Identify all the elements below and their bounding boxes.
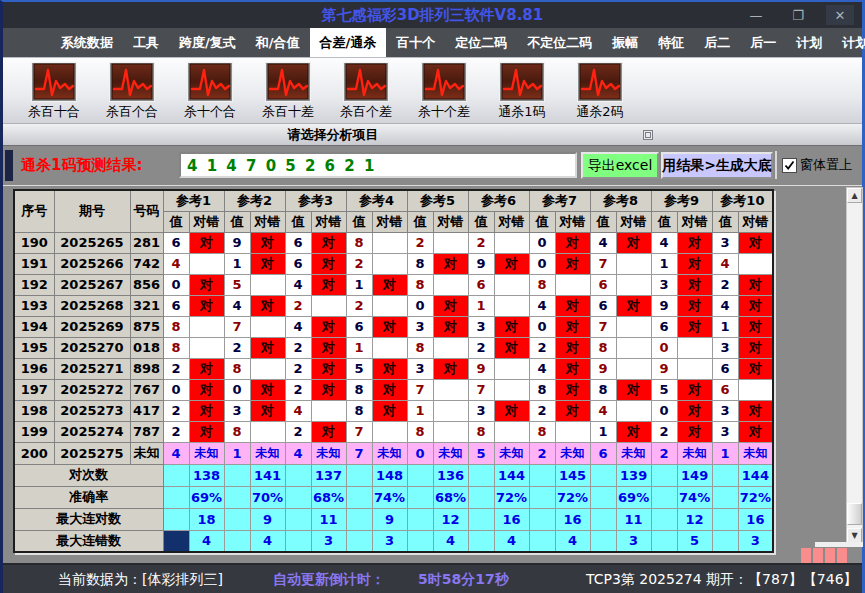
selected-cell[interactable] bbox=[163, 530, 189, 552]
sub-header-status: 对错 bbox=[250, 211, 285, 232]
tool-button-7[interactable]: 通杀2码 bbox=[561, 62, 639, 123]
value-cell: 9 bbox=[224, 232, 250, 253]
tool-button-5[interactable]: 杀十个差 bbox=[405, 62, 483, 123]
stat-blank-cell bbox=[651, 486, 677, 508]
menu-item-2[interactable]: 跨度/复式 bbox=[169, 28, 246, 57]
status-cell bbox=[372, 337, 407, 358]
scroll-up-button[interactable]: ▲ bbox=[847, 188, 862, 203]
menu-item-1[interactable]: 工具 bbox=[123, 28, 169, 57]
status-cell: 对 bbox=[311, 253, 346, 274]
tool-button-3[interactable]: 杀百十差 bbox=[249, 62, 327, 123]
value-cell: 0 bbox=[224, 379, 250, 400]
value-cell: 2 bbox=[285, 421, 311, 442]
menu-item-13[interactable]: 计划2 bbox=[832, 28, 865, 57]
status-cell: 对 bbox=[433, 358, 468, 379]
row-header-cell: 2025270 bbox=[54, 337, 130, 358]
value-cell: 0 bbox=[529, 316, 555, 337]
value-cell: 2 bbox=[285, 379, 311, 400]
status-cell bbox=[616, 274, 651, 295]
status-cell: 对 bbox=[616, 379, 651, 400]
value-cell: 8 bbox=[590, 337, 616, 358]
scrollbar-thumb[interactable] bbox=[847, 503, 862, 525]
stat-blank-cell bbox=[529, 464, 555, 486]
menu-item-9[interactable]: 特征 bbox=[648, 28, 694, 57]
window-title: 第七感福彩3D排列三软件V8.81 bbox=[3, 6, 862, 25]
stat-label-cell: 准确率 bbox=[14, 486, 163, 508]
status-cell: 对 bbox=[433, 316, 468, 337]
status-cell: 对 bbox=[189, 400, 224, 421]
menu-item-3[interactable]: 和/合值 bbox=[246, 28, 310, 57]
status-cell: 对 bbox=[738, 316, 773, 337]
row-header-cell: 417 bbox=[130, 400, 163, 421]
menu-item-8[interactable]: 振幅 bbox=[602, 28, 648, 57]
status-cell: 对 bbox=[738, 337, 773, 358]
value-cell: 2 bbox=[529, 442, 555, 464]
status-cell: 对 bbox=[738, 421, 773, 442]
status-cell: 对 bbox=[189, 358, 224, 379]
pulse-icon bbox=[187, 62, 233, 102]
minimize-button[interactable]: — bbox=[742, 5, 770, 25]
menu-item-4[interactable]: 合差/通杀 bbox=[310, 28, 387, 57]
value-cell: 4 bbox=[712, 253, 738, 274]
generate-dadi-button[interactable]: 用结果>生成大底 bbox=[661, 152, 773, 179]
group-launcher-icon[interactable] bbox=[643, 130, 653, 140]
tool-button-0[interactable]: 杀百十合 bbox=[15, 62, 93, 123]
result-input[interactable]: 4 1 4 7 0 5 2 6 2 1 bbox=[179, 152, 577, 178]
status-cell: 对 bbox=[616, 295, 651, 316]
menu-item-5[interactable]: 百十个 bbox=[386, 28, 445, 57]
stat-value-cell: 69% bbox=[616, 486, 651, 508]
status-cell: 对 bbox=[677, 274, 712, 295]
stat-value-cell: 9 bbox=[250, 508, 285, 530]
sub-header-value: 值 bbox=[651, 211, 677, 232]
menu-item-7[interactable]: 不定位二码 bbox=[517, 28, 602, 57]
sub-header-status: 对错 bbox=[677, 211, 712, 232]
close-button[interactable]: ✕ bbox=[826, 5, 854, 25]
value-cell: 2 bbox=[285, 337, 311, 358]
vertical-scrollbar[interactable]: ▲ ▼ bbox=[846, 187, 863, 544]
menu-item-6[interactable]: 定位二码 bbox=[445, 28, 517, 57]
value-cell: 6 bbox=[590, 274, 616, 295]
status-cell: 对 bbox=[189, 421, 224, 442]
ref-group-header: 参考1 bbox=[163, 190, 224, 211]
window-on-top-checkbox[interactable] bbox=[782, 158, 797, 173]
menu-item-10[interactable]: 后二 bbox=[694, 28, 740, 57]
stat-blank-cell bbox=[529, 530, 555, 552]
value-cell: 8 bbox=[224, 358, 250, 379]
status-cell: 对 bbox=[250, 232, 285, 253]
tool-button-2[interactable]: 杀十个合 bbox=[171, 62, 249, 123]
status-cell: 未知 bbox=[494, 442, 529, 464]
menu-item-11[interactable]: 后一 bbox=[740, 28, 786, 57]
pulse-icon bbox=[109, 62, 155, 102]
status-cell: 对 bbox=[494, 253, 529, 274]
window-on-top-label: 窗体置上 bbox=[800, 156, 852, 174]
stat-value-cell: 68% bbox=[311, 486, 346, 508]
menu-bar: 系统数据工具跨度/复式和/合值合差/通杀百十个定位二码不定位二码振幅特征后二后一… bbox=[3, 28, 862, 57]
scroll-down-button[interactable]: ▼ bbox=[847, 528, 862, 543]
status-cell: 对 bbox=[738, 274, 773, 295]
sub-header-value: 值 bbox=[590, 211, 616, 232]
row-header-cell: 2025269 bbox=[54, 316, 130, 337]
tool-button-6[interactable]: 通杀1码 bbox=[483, 62, 561, 123]
menu-item-12[interactable]: 计划 bbox=[786, 28, 832, 57]
ref-group-header: 参考8 bbox=[590, 190, 651, 211]
value-cell: 7 bbox=[407, 379, 433, 400]
app-window: 第七感福彩3D排列三软件V8.81 — ❐ ✕ 系统数据工具跨度/复式和/合值合… bbox=[0, 0, 865, 593]
restore-button[interactable]: ❐ bbox=[784, 5, 812, 25]
stat-blank-cell bbox=[712, 464, 738, 486]
row-header-cell: 198 bbox=[14, 400, 54, 421]
value-cell: 2 bbox=[285, 295, 311, 316]
menu-item-0[interactable]: 系统数据 bbox=[51, 28, 123, 57]
row-header-cell: 未知 bbox=[130, 442, 163, 464]
export-excel-button[interactable]: 导出excel bbox=[581, 152, 659, 179]
stat-value-cell: 4 bbox=[494, 530, 529, 552]
value-cell: 0 bbox=[529, 232, 555, 253]
value-cell: 3 bbox=[651, 274, 677, 295]
stat-blank-cell bbox=[224, 530, 250, 552]
pulse-icon bbox=[343, 62, 389, 102]
status-cell: 对 bbox=[616, 232, 651, 253]
tool-button-1[interactable]: 杀百个合 bbox=[93, 62, 171, 123]
stat-blank-cell bbox=[285, 486, 311, 508]
stat-value-cell: 136 bbox=[433, 464, 468, 486]
tool-button-4[interactable]: 杀百个差 bbox=[327, 62, 405, 123]
stat-blank-cell bbox=[285, 508, 311, 530]
